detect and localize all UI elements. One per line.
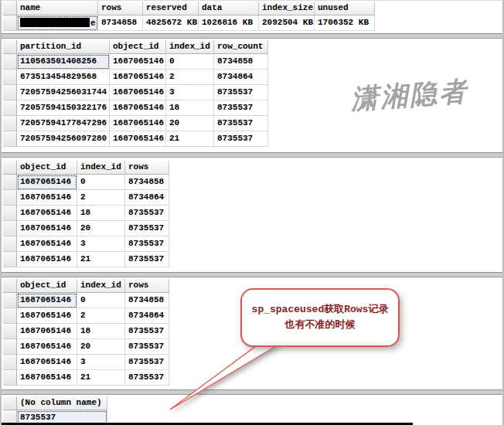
grid-cell[interactable]: 4825672 KB	[143, 15, 199, 31]
grid-cell[interactable]: 8735537	[125, 236, 169, 252]
grid-cell[interactable]: 20	[166, 116, 214, 131]
grid-corner-cell[interactable]	[3, 161, 17, 175]
column-header[interactable]: object_id	[110, 40, 166, 54]
grid-cell[interactable]: 1687065146	[17, 190, 77, 206]
column-header[interactable]: rows	[125, 279, 169, 293]
grid-cell[interactable]: 2	[166, 70, 214, 85]
grid-cell[interactable]: 2	[77, 308, 125, 324]
grid-cell[interactable]: 8735537	[125, 370, 169, 386]
grid-cell[interactable]: 0	[77, 175, 125, 190]
grid-cell[interactable]: 8735537	[125, 324, 169, 339]
row-header[interactable]	[3, 324, 17, 339]
column-header[interactable]: (No column name)	[17, 396, 107, 410]
column-header[interactable]: index_size	[259, 2, 315, 15]
grid-cell[interactable]: e	[17, 15, 98, 31]
column-header[interactable]: data	[199, 2, 259, 15]
row-header[interactable]	[3, 15, 17, 31]
grid-cell[interactable]: 3	[166, 85, 214, 100]
grid-corner-cell[interactable]	[3, 40, 17, 54]
grid-cell[interactable]: 8735537	[125, 252, 169, 267]
grid-cell[interactable]: 8735537	[214, 131, 268, 147]
row-header[interactable]	[3, 308, 17, 324]
row-header[interactable]	[3, 100, 17, 116]
row-header[interactable]	[3, 85, 17, 100]
grid-cell[interactable]: 1687065146	[17, 252, 77, 267]
grid-corner-cell[interactable]	[3, 396, 17, 410]
column-header[interactable]: index_id	[77, 161, 125, 175]
grid-cell[interactable]: 1687065146	[17, 293, 77, 308]
column-header[interactable]: unused	[315, 2, 375, 15]
grid-splitter[interactable]	[2, 33, 504, 39]
row-header[interactable]	[3, 236, 17, 252]
grid-cell[interactable]: 1687065146	[17, 370, 77, 386]
grid-cell[interactable]: 110563501408256	[17, 54, 110, 70]
row-header[interactable]	[3, 190, 17, 206]
grid-cell[interactable]: 21	[77, 370, 125, 386]
grid-corner-cell[interactable]	[3, 279, 17, 293]
grid-cell[interactable]: 72057594150322176	[17, 100, 110, 116]
row-header[interactable]	[3, 70, 17, 85]
grid-splitter[interactable]	[2, 389, 504, 395]
grid-cell[interactable]: 8734858	[98, 15, 143, 31]
grid-cell[interactable]: 1687065146	[17, 339, 77, 355]
row-header[interactable]	[3, 252, 17, 267]
row-header[interactable]	[3, 355, 17, 370]
grid-cell[interactable]: 8734858	[125, 293, 169, 308]
grid-cell[interactable]: 8735537	[214, 85, 268, 100]
column-header[interactable]: object_id	[17, 161, 77, 175]
column-header[interactable]: name	[17, 2, 98, 15]
grid-cell[interactable]: 8734858	[214, 54, 268, 70]
grid-cell[interactable]: 72057594177847296	[17, 116, 110, 131]
grid-cell[interactable]: 2	[77, 190, 125, 206]
row-header[interactable]	[3, 175, 17, 190]
grid-cell[interactable]: 1687065146	[17, 236, 77, 252]
grid-cell[interactable]: 2092504 KB	[259, 15, 315, 31]
row-header[interactable]	[3, 116, 17, 131]
column-header[interactable]: row_count	[214, 40, 268, 54]
grid-cell[interactable]: 8734864	[125, 308, 169, 324]
row-header[interactable]	[3, 339, 17, 355]
row-header[interactable]	[3, 206, 17, 221]
grid-cell[interactable]: 1706352 KB	[315, 15, 375, 31]
grid-cell[interactable]: 72057594256097280	[17, 131, 110, 147]
row-header[interactable]	[3, 131, 17, 147]
grid-cell[interactable]: 8735537	[125, 206, 169, 221]
row-header[interactable]	[3, 293, 17, 308]
column-header[interactable]: reserved	[143, 2, 199, 15]
column-header[interactable]: rows	[98, 2, 143, 15]
grid-cell[interactable]: 1687065146	[17, 206, 77, 221]
grid-cell[interactable]: 72057594256031744	[17, 85, 110, 100]
grid-cell[interactable]: 3	[77, 355, 125, 370]
grid-cell[interactable]: 8735537	[125, 339, 169, 355]
grid-cell[interactable]: 3	[77, 236, 125, 252]
grid-cell[interactable]: 1687065146	[110, 54, 166, 70]
grid-cell[interactable]: 20	[77, 339, 125, 355]
column-header[interactable]: index_id	[77, 279, 125, 293]
column-header[interactable]: partition_id	[17, 40, 110, 54]
grid-cell[interactable]: 1687065146	[17, 308, 77, 324]
grid-cell[interactable]: 1687065146	[17, 175, 77, 190]
grid-splitter[interactable]	[2, 152, 504, 158]
grid-cell[interactable]: 18	[77, 324, 125, 339]
grid-cell[interactable]: 1687065146	[17, 221, 77, 236]
grid-corner-cell[interactable]	[3, 2, 17, 15]
column-header[interactable]: rows	[125, 161, 169, 175]
grid-cell[interactable]: 1687065146	[110, 116, 166, 131]
column-header[interactable]: index_id	[166, 40, 214, 54]
grid-cell[interactable]: 18	[77, 206, 125, 221]
grid-cell[interactable]: 1687065146	[110, 70, 166, 85]
column-header[interactable]: object_id	[17, 279, 77, 293]
grid-cell[interactable]: 21	[77, 252, 125, 267]
grid-cell[interactable]: 20	[77, 221, 125, 236]
grid-cell[interactable]: 0	[77, 293, 125, 308]
grid-cell[interactable]: 8735537	[125, 355, 169, 370]
grid-cell[interactable]: 18	[166, 100, 214, 116]
grid-cell[interactable]: 8734864	[214, 70, 268, 85]
grid-cell[interactable]: 8735537	[214, 116, 268, 131]
row-header[interactable]	[3, 221, 17, 236]
grid-cell[interactable]: 8735537	[125, 221, 169, 236]
grid-cell[interactable]: 1687065146	[110, 85, 166, 100]
grid-cell[interactable]: 673513454829568	[17, 70, 110, 85]
grid-cell[interactable]: 0	[166, 54, 214, 70]
row-header[interactable]	[3, 54, 17, 70]
